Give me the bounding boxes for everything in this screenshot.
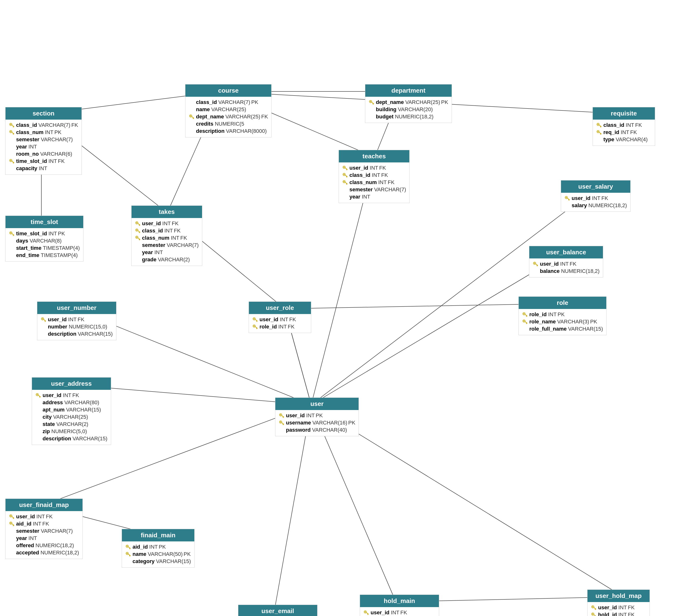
key-icon bbox=[9, 231, 15, 236]
table-role: role role_idINT PK role_nameVARCHAR(3) P… bbox=[519, 297, 607, 335]
table-row: time_slot_idINT FK bbox=[9, 157, 78, 165]
table-row: apt_numVARCHAR(15) bbox=[35, 406, 107, 413]
key-icon bbox=[342, 165, 348, 171]
field-constraint: PK bbox=[558, 311, 565, 318]
field-constraint: PK bbox=[184, 551, 191, 557]
svg-point-69 bbox=[344, 181, 345, 182]
field-type: INT bbox=[149, 544, 158, 550]
table-row: class_numINT FK bbox=[342, 179, 406, 186]
field-name: salary bbox=[572, 202, 587, 209]
key-icon bbox=[125, 544, 131, 550]
field-name: user_id bbox=[43, 392, 61, 398]
table-row: class_idINT FK bbox=[596, 121, 651, 129]
field-type: INT bbox=[548, 311, 557, 318]
field-type: INT bbox=[391, 610, 399, 616]
field-constraint: PK bbox=[590, 319, 597, 325]
table-row: offeredNUMERIC(18,2) bbox=[9, 542, 79, 549]
field-name: name bbox=[196, 106, 210, 113]
svg-line-121 bbox=[526, 315, 526, 316]
table-user_finaid_map: user_finaid_map user_idINT FK aid_idINT … bbox=[5, 499, 83, 559]
field-type: INT bbox=[48, 158, 57, 164]
table-requisite: requisite class_idINT FK req_idINT FKtyp… bbox=[593, 107, 655, 146]
field-name: user_id bbox=[48, 316, 67, 323]
field-type: INT bbox=[36, 514, 45, 520]
key-icon bbox=[279, 413, 285, 418]
key-icon bbox=[9, 514, 15, 519]
table-row: user_idINT FK bbox=[135, 220, 199, 227]
svg-point-89 bbox=[136, 230, 137, 231]
key-icon bbox=[35, 393, 41, 398]
svg-point-44 bbox=[10, 160, 12, 161]
field-type: VARCHAR(25) bbox=[211, 106, 246, 113]
field-constraint: FK bbox=[261, 114, 268, 120]
table-header-course: course bbox=[185, 84, 271, 97]
field-constraint: FK bbox=[289, 316, 296, 323]
svg-line-12 bbox=[311, 187, 597, 405]
field-type: INT bbox=[171, 235, 179, 241]
table-row: acceptedNUMERIC(18,2) bbox=[9, 549, 79, 556]
svg-line-91 bbox=[139, 232, 139, 232]
key-icon bbox=[596, 130, 602, 135]
table-header-user: user bbox=[275, 398, 359, 410]
field-type: VARCHAR(15) bbox=[156, 558, 191, 565]
field-type: VARCHAR(80) bbox=[64, 399, 99, 406]
table-header-user_role: user_role bbox=[249, 302, 311, 314]
field-constraint: PK bbox=[58, 231, 65, 237]
field-type: VARCHAR(7) bbox=[38, 122, 70, 128]
field-constraint: FK bbox=[78, 316, 84, 323]
svg-point-174 bbox=[365, 612, 366, 613]
field-name: role_id bbox=[529, 311, 547, 318]
field-name: description bbox=[196, 128, 225, 134]
field-constraint: PK bbox=[54, 129, 61, 135]
field-type: INT bbox=[592, 195, 600, 201]
table-header-finaid_main: finaid_main bbox=[122, 529, 194, 542]
table-takes: takes user_idINT FK class_idINT FK class… bbox=[131, 205, 202, 266]
field-type: NUMERIC(18,2) bbox=[395, 114, 433, 120]
field-name: semester bbox=[350, 186, 373, 193]
field-name: time_slot_id bbox=[16, 231, 47, 237]
field-type: NUMERIC(18,2) bbox=[561, 268, 599, 274]
table-row: dept_nameVARCHAR(25) PK bbox=[369, 99, 448, 106]
table-row: cityVARCHAR(25) bbox=[35, 413, 107, 421]
field-name: capacity bbox=[16, 165, 37, 171]
svg-line-117 bbox=[257, 328, 257, 329]
table-user_role: user_role user_idINT FK role_idINT FK bbox=[249, 301, 311, 333]
table-row: nameVARCHAR(25) bbox=[189, 106, 268, 113]
svg-line-96 bbox=[139, 239, 139, 240]
table-header-user_finaid_map: user_finaid_map bbox=[5, 499, 83, 511]
field-name: apt_num bbox=[43, 407, 65, 413]
field-name: building bbox=[376, 106, 396, 113]
field-type: INT bbox=[28, 144, 37, 150]
table-user_email: user_email user_idINT FK emailVARCHAR(50… bbox=[238, 605, 318, 616]
svg-point-149 bbox=[10, 523, 12, 524]
field-type: NUMERIC(18,2) bbox=[589, 202, 627, 209]
field-name: aid_id bbox=[133, 544, 148, 550]
field-type: INT bbox=[280, 316, 288, 323]
svg-line-51 bbox=[600, 126, 600, 127]
field-constraint: FK bbox=[71, 122, 78, 128]
svg-line-146 bbox=[13, 518, 13, 518]
field-name: user_id bbox=[16, 514, 35, 520]
field-type: INT bbox=[63, 392, 71, 398]
table-user_hold_map: user_hold_map user_idINT FK hold_idINT F… bbox=[587, 589, 650, 616]
field-name: year bbox=[16, 144, 27, 150]
table-row: semesterVARCHAR(7) bbox=[342, 186, 406, 193]
key-icon bbox=[522, 312, 528, 317]
field-constraint: FK bbox=[72, 392, 79, 398]
table-row: dept_nameVARCHAR(25) FK bbox=[189, 113, 268, 120]
table-row: class_numINT PK bbox=[9, 129, 78, 136]
svg-line-142 bbox=[283, 424, 284, 425]
field-name: user_id bbox=[540, 261, 559, 267]
table-header-hold_main: hold_main bbox=[360, 595, 439, 607]
field-name: time_slot_id bbox=[16, 158, 47, 164]
svg-point-154 bbox=[127, 546, 128, 547]
table-row: hold_idINT FK bbox=[591, 611, 646, 616]
field-name: password bbox=[286, 427, 311, 433]
field-constraint: FK bbox=[46, 514, 53, 520]
table-header-role: role bbox=[519, 297, 606, 309]
field-type: NUMERIC(15,0) bbox=[69, 323, 107, 330]
field-name: name bbox=[133, 551, 146, 557]
field-type: INT bbox=[618, 604, 627, 611]
key-icon bbox=[596, 122, 602, 128]
table-hold_main: hold_main user_idINT FK hold_idINT PK na… bbox=[360, 595, 439, 616]
